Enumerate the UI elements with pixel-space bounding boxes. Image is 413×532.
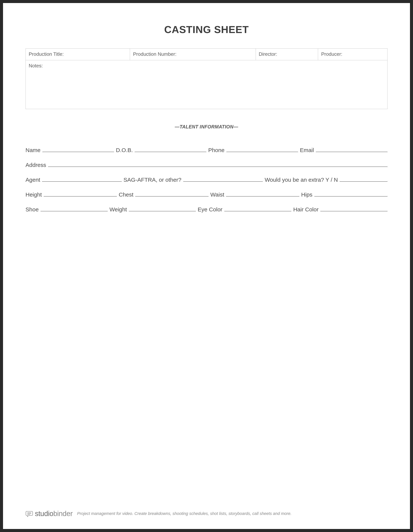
email-label: Email <box>300 147 314 153</box>
phone-label: Phone <box>208 147 224 153</box>
union-blank <box>183 176 263 182</box>
brand-thin: binder <box>53 510 73 518</box>
agent-blank <box>42 176 121 182</box>
page-title: CASTING SHEET <box>26 24 387 35</box>
notes-cell: Notes: <box>26 60 387 109</box>
extra-blank <box>340 176 387 182</box>
table-row: Production Title: Production Number: Dir… <box>26 49 387 60</box>
hips-label: Hips <box>301 191 312 198</box>
chest-blank <box>135 191 208 197</box>
brand-name: studiobinder <box>35 510 73 518</box>
weight-label: Weight <box>110 206 127 213</box>
name-blank <box>42 146 114 152</box>
eye-color-blank <box>224 206 292 211</box>
field-row: Address <box>26 161 387 168</box>
production-title-cell: Production Title: <box>26 49 130 60</box>
talent-info-heading: —TALENT INFORMATION— <box>26 124 387 130</box>
height-blank <box>44 191 117 197</box>
footer-tagline: Project management for video. Create bre… <box>77 511 292 517</box>
footer: studiobinder Project management for vide… <box>26 510 387 518</box>
waist-blank <box>226 191 299 197</box>
brand-bold: studio <box>35 510 53 518</box>
hips-blank <box>314 191 387 197</box>
table-row: Notes: <box>26 60 387 109</box>
phone-blank <box>226 146 298 152</box>
document-page: CASTING SHEET Production Title: Producti… <box>3 3 410 529</box>
producer-cell: Producer: <box>318 49 387 60</box>
chest-label: Chest <box>119 191 133 198</box>
production-info-table: Production Title: Production Number: Dir… <box>26 48 387 109</box>
height-label: Height <box>26 191 42 198</box>
weight-blank <box>129 206 196 211</box>
extra-label: Would you be an extra? Y / N <box>265 177 338 183</box>
brand-logo: studiobinder <box>26 510 73 518</box>
dob-blank <box>135 146 206 152</box>
director-cell: Director: <box>256 49 318 60</box>
shoe-blank <box>40 206 108 211</box>
name-label: Name <box>26 147 40 153</box>
union-label: SAG-AFTRA, or other? <box>124 177 181 183</box>
eye-color-label: Eye Color <box>198 206 222 213</box>
waist-label: Waist <box>211 191 224 198</box>
shoe-label: Shoe <box>26 206 39 213</box>
agent-label: Agent <box>26 177 40 183</box>
talent-fields: Name D.O.B. Phone Email Address Agent SA… <box>26 146 387 213</box>
email-blank <box>316 146 387 152</box>
field-row: Agent SAG-AFTRA, or other? Would you be … <box>26 176 387 183</box>
field-row: Shoe Weight Eye Color Hair Color <box>26 206 387 213</box>
production-number-cell: Production Number: <box>130 49 256 60</box>
field-row: Height Chest Waist Hips <box>26 191 387 198</box>
dob-label: D.O.B. <box>116 147 133 153</box>
address-blank <box>48 161 387 167</box>
hair-color-blank <box>320 206 387 211</box>
address-label: Address <box>26 162 46 168</box>
hair-color-label: Hair Color <box>293 206 319 213</box>
chat-bubble-icon <box>26 511 33 517</box>
field-row: Name D.O.B. Phone Email <box>26 146 387 153</box>
